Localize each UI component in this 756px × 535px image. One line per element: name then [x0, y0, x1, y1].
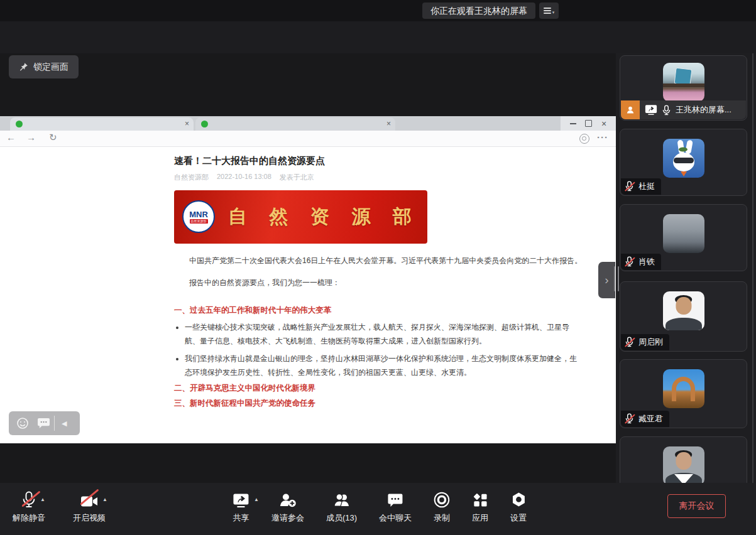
browser-nav-bar: ← → ↻ ···	[0, 131, 616, 147]
participant-name-bar: 周启刚	[621, 334, 669, 350]
mnr-logo-subtext: 自然资源部	[190, 219, 208, 224]
close-icon[interactable]: ×	[601, 121, 606, 127]
participant-name-bar: 杜挺	[621, 178, 661, 195]
watching-banner: 你正在观看王兆林的屏幕	[422, 3, 535, 19]
article-byline: 自然资源部 2022-10-16 13:08 发表于北京	[174, 173, 594, 182]
chat-bubble-icon	[387, 493, 403, 508]
maximize-icon[interactable]	[585, 120, 592, 127]
participant-tile[interactable]: 杜挺	[620, 129, 747, 196]
mic-icon	[662, 105, 671, 116]
screen-share-icon	[233, 493, 249, 508]
members-icon	[332, 492, 351, 508]
watching-menu-button[interactable]: ▾	[539, 3, 559, 19]
unmute-label: 解除静音	[13, 512, 45, 524]
tab-favicon	[201, 121, 208, 127]
avatar	[663, 446, 704, 485]
minimize-icon[interactable]	[570, 123, 576, 124]
participant-name: 臧亚君	[638, 413, 663, 424]
share-label: 共享	[233, 512, 249, 524]
panel-resize-handle[interactable]	[618, 266, 619, 291]
active-speaker-badge	[621, 100, 640, 119]
meeting-window: 你正在观看王兆林的屏幕 ▾ i 13:34 演讲者视图 ▾	[0, 0, 756, 535]
members-label: 成员(13)	[326, 512, 357, 524]
leave-meeting-button[interactable]: 离开会议	[667, 494, 726, 518]
article-source[interactable]: 自然资源部	[174, 173, 209, 182]
article-heading: 三、新时代新征程中国共产党的使命任务	[174, 398, 594, 409]
shared-screen-browser: × × × ← → ↻ ··· 速看！二十大报告中的自然资源要点 自然资源	[0, 116, 616, 443]
caret-up-icon[interactable]: ▲	[102, 497, 107, 502]
avatar	[663, 63, 704, 102]
unmute-button[interactable]: ▲ 解除静音	[13, 491, 45, 524]
participant-name: 王兆林的屏幕...	[676, 104, 731, 116]
avatar	[663, 291, 704, 330]
back-icon[interactable]: ←	[6, 132, 16, 143]
pin-icon	[19, 62, 28, 72]
reload-icon[interactable]: ↻	[49, 132, 57, 143]
settings-label: 设置	[510, 512, 527, 524]
collapse-left-icon[interactable]: ◀	[62, 419, 67, 428]
caret-up-icon[interactable]: ▲	[40, 497, 45, 502]
chat-button[interactable]: 会中聊天	[379, 491, 412, 524]
mic-muted-icon	[625, 337, 635, 348]
sidebar-expander[interactable]: ›	[598, 262, 615, 298]
tab-close-icon[interactable]: ×	[185, 119, 189, 129]
participants-sidebar: 王兆林的屏幕...	[616, 53, 756, 535]
article-title: 速看！二十大报告中的自然资源要点	[174, 155, 594, 167]
article-heading: 一、过去五年的工作和新时代十年的伟大变革	[174, 305, 594, 316]
record-label: 录制	[434, 512, 450, 524]
members-button[interactable]: 成员(13)	[326, 491, 357, 524]
lock-view-button[interactable]: 锁定画面	[9, 55, 79, 78]
article-paragraph: 报告中的自然资源要点，我们为您一一梳理：	[174, 276, 594, 290]
mnr-logo: MNR 自然资源部	[182, 200, 215, 233]
chevron-down-icon: ▾	[552, 10, 555, 15]
record-button[interactable]: 录制	[434, 491, 450, 524]
mic-muted-icon	[625, 181, 635, 192]
chat-bubble-icon[interactable]	[37, 418, 50, 429]
lock-view-label: 锁定画面	[33, 62, 68, 73]
participant-tile[interactable]: 周启刚	[620, 281, 747, 352]
participant-name-bar: 肖铁	[621, 254, 661, 270]
article-bullet-list: 一些关键核心技术实现突破，战略性新兴产业发展壮大，载人航天、探月探火、深海深地探…	[174, 320, 578, 379]
apps-button[interactable]: 应用	[472, 491, 488, 524]
invite-button[interactable]: 邀请参会	[271, 491, 304, 524]
forward-icon[interactable]: →	[26, 132, 36, 143]
settings-icon	[511, 492, 527, 508]
settings-button[interactable]: 设置	[510, 491, 527, 524]
meeting-header: i 13:34 演讲者视图 ▾	[0, 21, 756, 53]
top-bar: 你正在观看王兆林的屏幕 ▾	[0, 0, 756, 21]
apps-label: 应用	[472, 512, 488, 524]
article-heading: 二、开辟马克思主义中国化时代化新境界	[174, 383, 594, 394]
record-icon	[434, 492, 450, 508]
participant-name: 杜挺	[638, 181, 655, 192]
meeting-toolbar: ▲ 解除静音 ▲ 开启视频	[0, 483, 756, 535]
mnr-logo-text: MNR	[189, 210, 208, 219]
browser-tab[interactable]: ×	[10, 117, 194, 131]
apps-icon	[473, 492, 488, 508]
banner-title: 自 然 资 源 部	[228, 204, 420, 230]
participant-name-bar: 臧亚君	[621, 411, 669, 427]
sidebar-scrollbar[interactable]	[752, 53, 753, 535]
avatar	[663, 369, 704, 408]
start-video-button[interactable]: ▲ 开启视频	[73, 491, 106, 524]
emoji-icon[interactable]	[16, 417, 29, 430]
avatar	[663, 139, 704, 178]
hamburger-icon	[544, 8, 551, 14]
mic-muted-icon	[625, 413, 635, 424]
participant-tile[interactable]: 王兆林的屏幕...	[620, 55, 747, 121]
participant-name-bar: 王兆林的屏幕...	[621, 100, 746, 119]
panel-resize-handle[interactable]	[614, 266, 615, 291]
caret-up-icon[interactable]: ▲	[254, 497, 259, 502]
article-date: 2022-10-16 13:08	[217, 173, 271, 182]
browser-badge-icon[interactable]	[579, 134, 589, 144]
invite-person-icon	[279, 492, 297, 508]
reaction-mini-toolbar: ◀	[9, 411, 80, 435]
browser-more-icon[interactable]: ···	[597, 132, 608, 143]
tab-close-icon[interactable]: ×	[386, 119, 391, 129]
browser-tab[interactable]: ×	[195, 117, 395, 131]
share-screen-button[interactable]: ▲ 共享	[233, 491, 249, 524]
participant-tile[interactable]: 臧亚君	[620, 359, 747, 428]
participant-tile[interactable]: 肖铁	[620, 204, 747, 271]
article-bullet: 一些关键核心技术实现突破，战略性新兴产业发展壮大，载人航天、探月探火、深海深地探…	[185, 320, 578, 348]
browser-tab-bar: × × ×	[0, 116, 616, 131]
mnr-banner-image: MNR 自然资源部 自 然 资 源 部	[174, 190, 427, 244]
